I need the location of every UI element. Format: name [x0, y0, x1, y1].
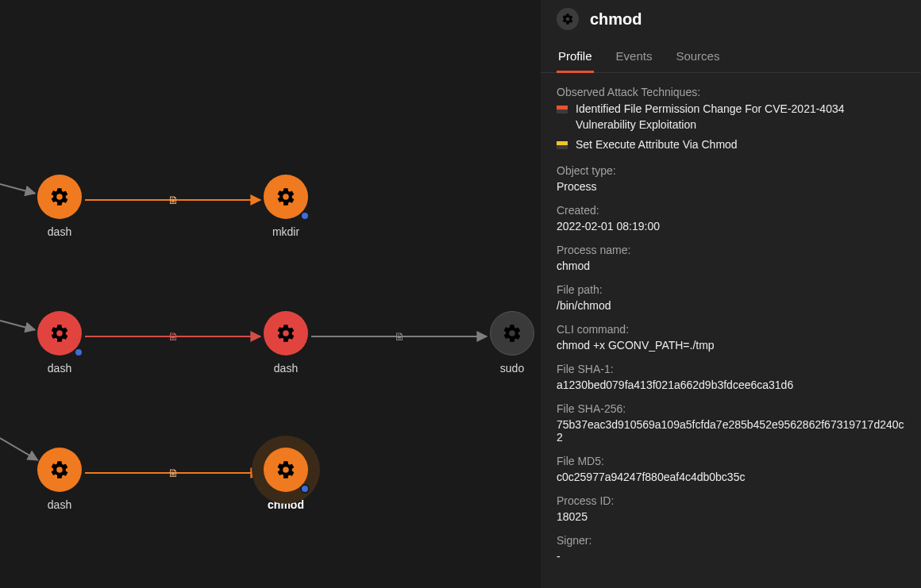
field-label: Process name: [557, 244, 905, 256]
field-label: Object type: [557, 164, 905, 177]
attack-technique[interactable]: Set Execute Attribute Via Chmod [557, 137, 905, 153]
graph-node-sudo[interactable]: sudo [480, 311, 541, 375]
file-icon: 🗎 [168, 467, 179, 479]
attack-technique-text: Set Execute Attribute Via Chmod [576, 137, 738, 153]
node-label: dash [254, 362, 318, 375]
graph-node-chmod[interactable]: chmod [254, 448, 318, 511]
file-icon: 🗎 [168, 330, 179, 343]
file-icon: 🗎 [394, 330, 405, 343]
graph-node-dash3[interactable]: dash [254, 311, 318, 375]
node-label: dash [28, 362, 91, 375]
field-value: - [557, 550, 905, 563]
field-label: Process ID: [557, 494, 905, 507]
field-label: Signer: [557, 534, 905, 547]
gear-icon [37, 448, 82, 492]
attack-techniques-label: Observed Attack Techniques: [557, 86, 905, 98]
field-label: File MD5: [557, 455, 905, 467]
graph-node-dash4[interactable]: dash [28, 448, 91, 511]
severity-icon [557, 141, 568, 149]
field-label: Signer validity: [557, 574, 905, 575]
gear-icon [37, 311, 82, 355]
attack-techniques-list: Identified File Permission Change For CV… [557, 102, 905, 153]
field-value: /bin/chmod [557, 299, 905, 312]
field-label: File SHA-1: [557, 363, 905, 375]
field-value: chmod [557, 259, 905, 272]
graph-node-dash1[interactable]: dash [28, 175, 91, 238]
gear-icon [264, 311, 308, 355]
field-value: a1230bed079fa413f021a662d9b3fdcee6ca31d6 [557, 379, 905, 391]
gear-icon [557, 8, 579, 30]
field-label: Created: [557, 204, 905, 217]
tab-events[interactable]: Events [615, 41, 654, 72]
gear-icon [264, 175, 308, 219]
node-label: dash [28, 498, 91, 511]
field-value: 2022-02-01 08:19:00 [557, 220, 905, 233]
field-value: 18025 [557, 510, 905, 523]
panel-header: chmod [541, 6, 921, 41]
node-label: mkdir [254, 225, 318, 238]
process-graph[interactable]: dashmkdirdashdashsudodashchmod 🗎🗎🗎🗎 [0, 0, 541, 588]
gear-icon [264, 448, 308, 492]
field-value: chmod +x GCONV_PATH=./tmp [557, 339, 905, 352]
field-label: CLI command: [557, 323, 905, 336]
gear-icon [490, 311, 534, 355]
graph-node-dash2[interactable]: dash [28, 311, 91, 375]
status-dot-icon [300, 484, 310, 494]
tab-profile[interactable]: Profile [557, 41, 594, 73]
field-value: c0c25977a94247f880eaf4c4db0bc35c [557, 471, 905, 483]
field-value: 75b37eac3d910569a109a5fcfda7e285b452e956… [557, 418, 905, 444]
tab-sources[interactable]: Sources [674, 41, 721, 72]
status-dot-icon [74, 348, 83, 357]
attack-technique-text: Identified File Permission Change For CV… [576, 102, 905, 133]
field-label: File path: [557, 283, 905, 296]
gear-icon [37, 175, 82, 219]
panel-tabs: ProfileEventsSources [541, 41, 921, 73]
property-fields: Object type:ProcessCreated:2022-02-01 08… [557, 164, 905, 575]
graph-node-mkdir[interactable]: mkdir [254, 175, 318, 238]
field-value: Process [557, 180, 905, 193]
status-dot-icon [300, 211, 310, 221]
field-label: File SHA-256: [557, 402, 905, 415]
file-icon: 🗎 [168, 194, 179, 206]
node-label: sudo [480, 362, 541, 375]
node-label: dash [28, 225, 91, 238]
details-panel: chmod ProfileEventsSources Observed Atta… [541, 0, 921, 588]
panel-title: chmod [590, 10, 642, 29]
severity-icon [557, 106, 568, 113]
attack-technique[interactable]: Identified File Permission Change For CV… [557, 102, 905, 133]
panel-body: Observed Attack Techniques: Identified F… [541, 73, 921, 575]
